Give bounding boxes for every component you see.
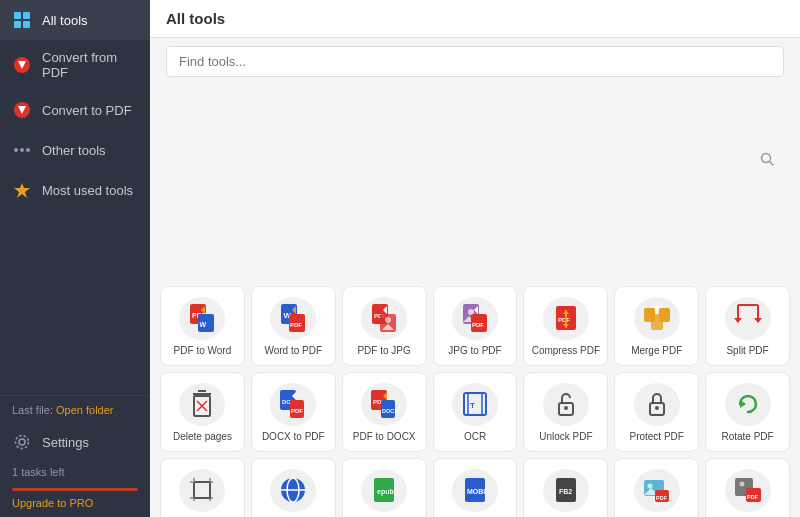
rotate-pdf-icon	[725, 383, 771, 426]
compress-pdf-icon: PDF	[543, 297, 589, 340]
sidebar-bottom: Last file: Open folder Settings 1 tasks …	[0, 395, 150, 517]
tool-pdf-to-jpg-label: PDF to JPG	[357, 345, 410, 357]
svg-text:DOCX: DOCX	[382, 408, 398, 414]
delete-pages-icon	[179, 383, 225, 426]
upgrade-progress-bar	[12, 488, 138, 491]
tool-pdf-to-word[interactable]: PDF W PDF to Word	[160, 286, 245, 366]
html-to-pdf-icon	[270, 469, 316, 512]
svg-text:PDF: PDF	[656, 495, 668, 501]
convert-from-pdf-icon	[12, 55, 32, 75]
page-title: All tools	[166, 10, 225, 27]
svg-rect-1	[23, 12, 30, 19]
tool-docx-to-pdf-label: DOCX to PDF	[262, 431, 325, 443]
tool-mobi-to-pdf[interactable]: MOBI MOBI to PDF	[433, 458, 518, 518]
settings-label: Settings	[42, 435, 89, 450]
tool-word-to-pdf[interactable]: W PDF Word to PDF	[251, 286, 336, 366]
sidebar-label-convert-to-pdf: Convert to PDF	[42, 103, 132, 118]
protect-pdf-icon	[634, 383, 680, 426]
settings-item[interactable]: Settings	[0, 424, 150, 460]
tool-epub-to-pdf[interactable]: epub EPUB to PDF	[342, 458, 427, 518]
svg-point-97	[739, 482, 744, 487]
svg-point-91	[647, 484, 652, 489]
sidebar-item-other-tools[interactable]: Other tools	[0, 130, 150, 170]
mobi-to-pdf-icon: MOBI	[452, 469, 498, 512]
tool-delete-pages-label: Delete pages	[173, 431, 232, 443]
tool-unlock-pdf[interactable]: Unlock PDF	[523, 372, 608, 452]
tool-protect-pdf[interactable]: Protect PDF	[614, 372, 699, 452]
word-to-pdf-icon: W PDF	[270, 297, 316, 340]
tool-split-pdf[interactable]: Split PDF	[705, 286, 790, 366]
tool-jpg-to-pdf[interactable]: PDF JPG to PDF	[433, 286, 518, 366]
tool-fb2-to-pdf[interactable]: FB2 FB2 to PDF	[523, 458, 608, 518]
svg-text:W: W	[200, 321, 207, 328]
sidebar-item-convert-from-pdf[interactable]: Convert from PDF	[0, 40, 150, 90]
sidebar-item-all-tools[interactable]: All tools	[0, 0, 150, 40]
search-input[interactable]	[166, 46, 784, 77]
png-to-pdf-icon: PDF	[634, 469, 680, 512]
pdf-to-word-icon: PDF W	[179, 297, 225, 340]
unlock-pdf-icon	[543, 383, 589, 426]
svg-point-9	[20, 148, 24, 152]
epub-to-pdf-icon: epub	[361, 469, 407, 512]
tool-png-to-pdf[interactable]: PDF PNG to PDF	[614, 458, 699, 518]
tool-delete-pages[interactable]: Delete pages	[160, 372, 245, 452]
tool-pdf-to-jpg[interactable]: PDF PDF to JPG	[342, 286, 427, 366]
jpg-to-pdf-icon: PDF	[452, 297, 498, 340]
svg-text:PDF: PDF	[290, 322, 302, 328]
sidebar-item-convert-to-pdf[interactable]: Convert to PDF	[0, 90, 150, 130]
svg-text:PDF: PDF	[747, 494, 759, 500]
svg-point-8	[14, 148, 18, 152]
sidebar-label-most-used: Most used tools	[42, 183, 133, 198]
sidebar: All tools Convert from PDF Convert to PD…	[0, 0, 150, 517]
last-file-label: Last file:	[12, 404, 53, 416]
svg-point-72	[564, 406, 568, 410]
svg-marker-11	[14, 183, 30, 198]
search-icon	[760, 152, 774, 166]
open-folder-link[interactable]: Open folder	[56, 404, 113, 416]
svg-rect-2	[14, 21, 21, 28]
tool-jpg-to-pdf-label: JPG to PDF	[448, 345, 501, 357]
pdf-to-docx-icon: PDF DOCX	[361, 383, 407, 426]
tool-rotate-pdf[interactable]: Rotate PDF	[705, 372, 790, 452]
tool-ocr-label: OCR	[464, 431, 486, 443]
fb2-to-pdf-icon: FB2	[543, 469, 589, 512]
tool-merge-pdf[interactable]: Merge PDF	[614, 286, 699, 366]
tool-pdf-to-docx-label: PDF to DOCX	[353, 431, 416, 443]
merge-pdf-icon	[634, 297, 680, 340]
sidebar-item-most-used[interactable]: Most used tools	[0, 170, 150, 210]
svg-line-15	[770, 161, 774, 165]
tool-rotate-pdf-label: Rotate PDF	[721, 431, 773, 443]
svg-text:PDF: PDF	[291, 408, 303, 414]
main-header: All tools	[150, 0, 800, 38]
tool-pdf-to-word-label: PDF to Word	[174, 345, 232, 357]
tool-ocr[interactable]: T OCR	[433, 372, 518, 452]
tiff-to-pdf-icon: PDF	[725, 469, 771, 512]
upgrade-link[interactable]: Upgrade to PRO	[0, 495, 150, 517]
svg-point-12	[19, 439, 25, 445]
svg-rect-3	[23, 21, 30, 28]
tool-tiff-to-pdf[interactable]: PDF TIFF to PDF	[705, 458, 790, 518]
svg-marker-50	[734, 318, 742, 323]
svg-text:FB2: FB2	[559, 488, 572, 495]
tool-docx-to-pdf[interactable]: DOCX PDF DOCX to PDF	[251, 372, 336, 452]
sidebar-label-all-tools: All tools	[42, 13, 88, 28]
tool-compress-pdf[interactable]: PDF Compress PDF	[523, 286, 608, 366]
tool-split-pdf-label: Split PDF	[726, 345, 768, 357]
tool-html-to-pdf[interactable]: HTML to PDF	[251, 458, 336, 518]
tool-protect-pdf-label: Protect PDF	[629, 431, 683, 443]
svg-text:PDF: PDF	[472, 322, 484, 328]
svg-point-74	[655, 406, 659, 410]
convert-to-pdf-icon	[12, 100, 32, 120]
svg-text:MOBI: MOBI	[467, 488, 485, 495]
svg-text:PDF: PDF	[558, 317, 570, 323]
tools-grid: PDF W PDF to Word W PDF Word to PDF	[150, 280, 800, 518]
tool-crop-pdf[interactable]: Crop PDF	[160, 458, 245, 518]
other-tools-icon	[12, 140, 32, 160]
tool-pdf-to-docx[interactable]: PDF DOCX PDF to DOCX	[342, 372, 427, 452]
pdf-to-jpg-icon: PDF	[361, 297, 407, 340]
svg-point-13	[16, 436, 29, 449]
svg-text:T: T	[470, 401, 475, 410]
svg-text:epub: epub	[377, 488, 394, 496]
tasks-section: 1 tasks left	[0, 460, 150, 484]
tool-compress-pdf-label: Compress PDF	[532, 345, 600, 357]
